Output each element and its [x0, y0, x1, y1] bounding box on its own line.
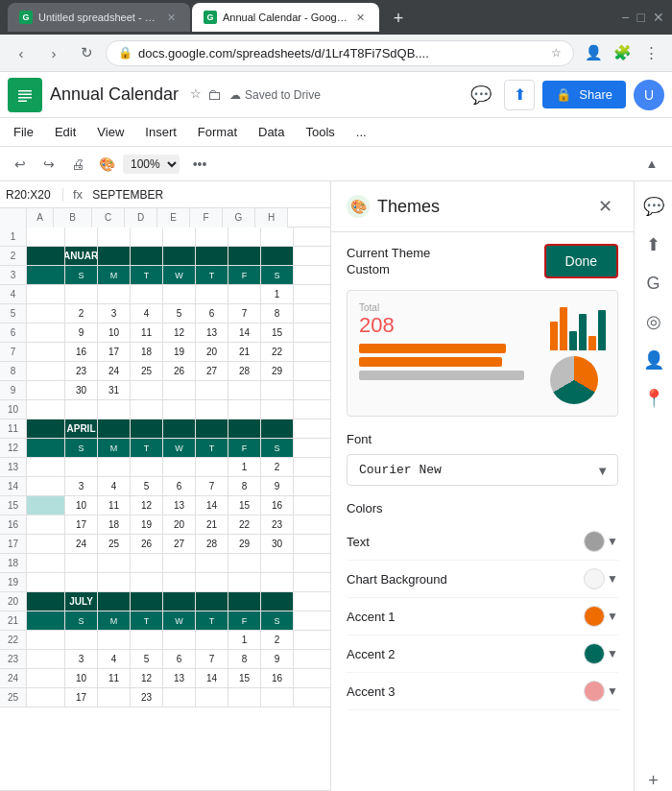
- redo-button[interactable]: ↪: [36, 152, 61, 177]
- print-button[interactable]: 🖨: [65, 152, 90, 177]
- grid-cell[interactable]: 5: [131, 650, 163, 668]
- close-button[interactable]: ✕: [653, 10, 664, 25]
- grid-cell[interactable]: [98, 419, 131, 438]
- grid-cell[interactable]: [196, 458, 228, 476]
- grid-cell[interactable]: [65, 285, 98, 303]
- table-row[interactable]: 21SMTWTFS: [0, 611, 330, 631]
- tab-close-1[interactable]: ✕: [165, 10, 179, 25]
- grid-cell[interactable]: [98, 228, 131, 246]
- more-toolbar-button[interactable]: •••: [187, 152, 212, 177]
- grid-cell[interactable]: [27, 458, 65, 476]
- grid-cell[interactable]: [27, 611, 65, 630]
- grid-cell[interactable]: [27, 477, 65, 495]
- grid-cell[interactable]: T: [196, 611, 228, 630]
- table-row[interactable]: 11APRIL: [0, 419, 330, 439]
- grid-cell[interactable]: 8: [261, 304, 294, 323]
- grid-cell[interactable]: M: [98, 611, 131, 630]
- grid-cell[interactable]: 5: [131, 477, 163, 495]
- grid-cell[interactable]: 12: [131, 496, 163, 515]
- grid-cell[interactable]: 12: [131, 669, 163, 687]
- grid-cell[interactable]: 8: [228, 650, 261, 668]
- table-row[interactable]: 1510111213141516: [0, 496, 330, 515]
- grid-cell[interactable]: [98, 458, 131, 476]
- grid-cell[interactable]: F: [228, 266, 261, 284]
- grid-cell[interactable]: [27, 573, 65, 591]
- grid-cell[interactable]: 7: [196, 650, 228, 668]
- grid-cell[interactable]: W: [163, 266, 196, 284]
- table-row[interactable]: 716171819202122: [0, 343, 330, 362]
- sidebar-history-icon[interactable]: ⬆: [636, 228, 671, 262]
- color-picker-accent2[interactable]: ▼: [584, 643, 618, 664]
- menu-insert[interactable]: Insert: [135, 121, 186, 143]
- grid-cell[interactable]: [228, 381, 261, 399]
- grid-cell[interactable]: 17: [65, 688, 98, 707]
- grid-cell[interactable]: [98, 592, 131, 611]
- grid-cell[interactable]: 10: [65, 669, 98, 687]
- grid-cell[interactable]: 16: [65, 343, 98, 361]
- table-row[interactable]: 1617181920212223: [0, 515, 330, 535]
- grid-cell[interactable]: T: [131, 439, 163, 457]
- grid-cell[interactable]: 6: [196, 304, 228, 323]
- grid-cell[interactable]: S: [261, 266, 294, 284]
- grid-cell[interactable]: [27, 400, 65, 419]
- menu-file[interactable]: File: [4, 121, 43, 143]
- grid-cell[interactable]: 10: [98, 324, 131, 342]
- grid-cell[interactable]: 2: [261, 631, 294, 649]
- grid-cell[interactable]: [163, 458, 196, 476]
- cell-reference[interactable]: R20:X20: [6, 188, 63, 202]
- table-row[interactable]: 1724252627282930: [0, 535, 330, 554]
- grid-cell[interactable]: [196, 631, 228, 649]
- grid-cell[interactable]: 27: [163, 535, 196, 553]
- user-avatar[interactable]: U: [634, 80, 664, 110]
- grid-cell[interactable]: [27, 343, 65, 361]
- table-row[interactable]: 2410111213141516: [0, 669, 330, 688]
- grid-cell[interactable]: [261, 592, 294, 611]
- grid-cell[interactable]: [27, 419, 65, 438]
- forward-button[interactable]: ›: [40, 39, 67, 66]
- grid-cell[interactable]: [261, 228, 294, 246]
- grid-cell[interactable]: [196, 573, 228, 591]
- grid-cell[interactable]: [27, 228, 65, 246]
- grid-cell[interactable]: 25: [98, 535, 131, 553]
- grid-cell[interactable]: [27, 362, 65, 380]
- grid-cell[interactable]: 3: [65, 650, 98, 668]
- grid-cell[interactable]: 22: [261, 343, 294, 361]
- menu-view[interactable]: View: [87, 121, 133, 143]
- grid-cell[interactable]: [27, 650, 65, 668]
- color-picker-accent1[interactable]: ▼: [584, 606, 618, 627]
- grid-cell[interactable]: 9: [261, 650, 294, 668]
- grid-cell[interactable]: [228, 573, 261, 591]
- grid-cell[interactable]: [27, 592, 65, 611]
- grid-cell[interactable]: [163, 228, 196, 246]
- grid-cell[interactable]: 21: [228, 343, 261, 361]
- grid-cell[interactable]: 22: [228, 515, 261, 534]
- grid-cell[interactable]: [98, 554, 131, 572]
- bookmark-icon[interactable]: ☆: [551, 46, 562, 60]
- grid-cell[interactable]: 24: [98, 362, 131, 380]
- grid-cell[interactable]: 11: [131, 324, 163, 342]
- grid-cell[interactable]: 20: [163, 515, 196, 534]
- grid-cell[interactable]: S: [65, 611, 98, 630]
- table-row[interactable]: 1312: [0, 458, 330, 477]
- grid-cell[interactable]: [228, 247, 261, 265]
- grid-cell[interactable]: 25: [131, 362, 163, 380]
- grid-cell[interactable]: [261, 400, 294, 419]
- table-row[interactable]: 2JANUARY: [0, 247, 330, 266]
- grid-cell[interactable]: T: [131, 611, 163, 630]
- sidebar-add-icon[interactable]: +: [636, 763, 671, 791]
- grid-cell[interactable]: 26: [163, 362, 196, 380]
- color-picker-accent3[interactable]: ▼: [584, 681, 618, 702]
- grid-cell[interactable]: 6: [163, 477, 196, 495]
- back-button[interactable]: ‹: [8, 39, 35, 66]
- zoom-select[interactable]: 100% 75% 125%: [123, 155, 180, 174]
- grid-cell[interactable]: 15: [228, 496, 261, 515]
- grid-cell[interactable]: 11: [98, 669, 131, 687]
- grid-cell[interactable]: [131, 419, 163, 438]
- table-row[interactable]: 93031: [0, 381, 330, 400]
- grid-cell[interactable]: [27, 381, 65, 399]
- grid-cell[interactable]: [228, 285, 261, 303]
- grid-cell[interactable]: 23: [65, 362, 98, 380]
- grid-cell[interactable]: [98, 631, 131, 649]
- grid-cell[interactable]: [163, 573, 196, 591]
- grid-cell[interactable]: F: [228, 611, 261, 630]
